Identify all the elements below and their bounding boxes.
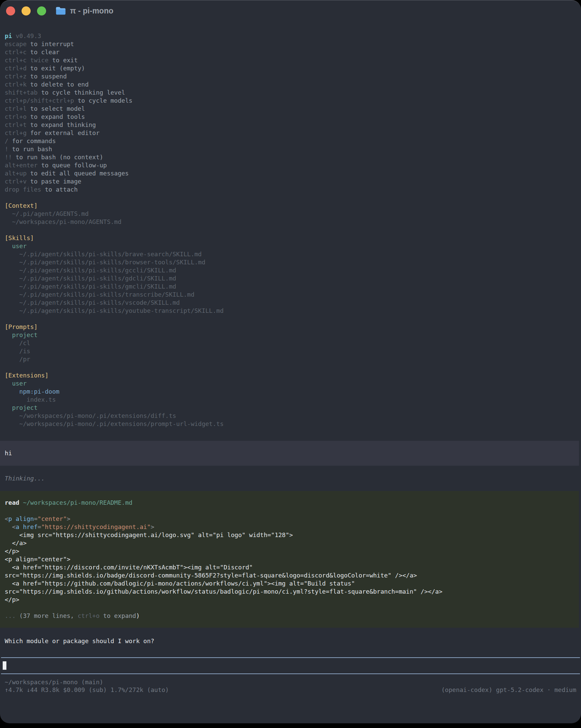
terminal-line: ~/.pi/agent/skills/pi-skills/gccli/SKILL… — [5, 266, 579, 275]
traffic-lights — [6, 6, 46, 16]
terminal-line: <p align="center"> — [5, 515, 574, 523]
terminal-line — [5, 363, 579, 371]
terminal-line: <p align="center"> — [5, 555, 574, 563]
terminal-line: npm:pi-doom — [5, 388, 579, 396]
terminal-line: [Context] — [5, 202, 579, 210]
terminal-line: project — [5, 404, 579, 412]
terminal-line: / for commands — [5, 137, 579, 145]
terminal-line: pi v0.49.3 — [5, 32, 579, 40]
terminal-line: ctrl+v to paste image — [5, 178, 579, 185]
status-cwd: ~/workspaces/pi-mono (main) — [5, 678, 576, 686]
terminal-line: ctrl+d to exit (empty) — [5, 64, 579, 72]
terminal-line: alt+enter to queue follow-up — [5, 161, 579, 170]
assistant-message: Which module or package should I work on… — [0, 637, 581, 645]
terminal-line: ~/.pi/agent/skills/pi-skills/gmcli/SKILL… — [5, 283, 579, 291]
startup-help: pi v0.49.3escape to interruptctrl+c to c… — [0, 32, 581, 428]
terminal-line: [Prompts] — [5, 323, 579, 331]
folder-icon — [56, 7, 66, 15]
terminal-line: src="https://img.shields.io/badge/discor… — [5, 571, 574, 579]
text-cursor — [3, 661, 6, 670]
terminal-line: escape to interrupt — [5, 40, 579, 48]
terminal-line: [Extensions] — [5, 371, 579, 380]
terminal-window: π - pi-mono pi v0.49.3escape to interrup… — [0, 0, 581, 723]
terminal-line — [5, 315, 579, 323]
terminal-line: ctrl+l to select model — [5, 105, 579, 113]
terminal-line: </p> — [5, 547, 574, 555]
terminal-line: <img src="https://shittycodingagent.ai/l… — [5, 531, 574, 539]
terminal-line: <a href="https://shittycodingagent.ai"> — [5, 523, 574, 531]
terminal-line: ~/.pi/agent/skills/pi-skills/vscode/SKIL… — [5, 299, 579, 307]
close-button[interactable] — [6, 6, 15, 16]
status-row: ↑4.7k ↓44 R3.8k $0.009 (sub) 1.7%/272k (… — [5, 686, 576, 694]
terminal-line — [5, 604, 574, 612]
terminal-line: index.ts — [5, 396, 579, 404]
terminal-line: drop files to attach — [5, 185, 579, 193]
terminal-line: </p> — [5, 596, 574, 604]
terminal-line: ctrl+p/shift+ctrl+p to cycle models — [5, 97, 579, 105]
status-bar: ~/workspaces/pi-mono (main) ↑4.7k ↓44 R3… — [0, 678, 581, 694]
terminal-line: ~/.pi/agent/skills/pi-skills/browser-too… — [5, 258, 579, 266]
terminal-line: ctrl+c twice to exit — [5, 56, 579, 64]
terminal-line: ~/workspaces/pi-mono/.pi/extensions/diff… — [5, 412, 579, 420]
terminal-line: ~/.pi/agent/skills/pi-skills/brave-searc… — [5, 250, 579, 258]
terminal-line: ctrl+g for external editor — [5, 129, 579, 137]
terminal-line — [5, 193, 579, 202]
terminal-line: ~/.pi/agent/AGENTS.md — [5, 210, 579, 218]
terminal-line — [5, 226, 579, 234]
terminal-line: ~/.pi/agent/skills/pi-skills/gdcli/SKILL… — [5, 275, 579, 283]
terminal-line: </a> — [5, 539, 574, 547]
terminal-line: ~/workspaces/pi-mono/.pi/extensions/prom… — [5, 420, 579, 428]
terminal-line: /is — [5, 347, 579, 355]
prompt-input[interactable] — [1, 657, 580, 674]
terminal-content: pi v0.49.3escape to interruptctrl+c to c… — [0, 21, 581, 694]
user-message: hi — [0, 441, 579, 466]
terminal-line: ctrl+c to clear — [5, 48, 579, 56]
terminal-line: ctrl+o to expand tools — [5, 113, 579, 121]
window-title: π - pi-mono — [70, 6, 113, 16]
terminal-line — [5, 507, 574, 515]
user-message-text: hi — [5, 449, 574, 457]
terminal-line: ~/.pi/agent/skills/pi-skills/youtube-tra… — [5, 307, 579, 315]
terminal-line: <a href="https://github.com/badlogic/pi-… — [5, 579, 574, 588]
terminal-line: ! to run bash — [5, 145, 579, 153]
thinking-indicator: Thinking... — [0, 474, 581, 483]
status-model: (openai-codex) gpt-5.2-codex · medium — [441, 686, 576, 694]
terminal-line: ctrl+t to expand thinking — [5, 121, 579, 129]
terminal-line: /pr — [5, 355, 579, 363]
minimize-button[interactable] — [22, 6, 31, 16]
tool-output-block: read ~/workspaces/pi-mono/README.md <p a… — [0, 491, 579, 628]
status-usage: ↑4.7k ↓44 R3.8k $0.009 (sub) 1.7%/272k (… — [5, 686, 169, 694]
terminal-line: ~/workspaces/pi-mono/AGENTS.md — [5, 218, 579, 226]
terminal-line: shift+tab to cycle thinking level — [5, 88, 579, 97]
terminal-line: ctrl+z to suspend — [5, 72, 579, 80]
terminal-line: project — [5, 331, 579, 339]
terminal-line: read ~/workspaces/pi-mono/README.md — [5, 499, 574, 507]
terminal-line: user — [5, 242, 579, 250]
title-bar: π - pi-mono — [0, 1, 581, 21]
terminal-line: ... (37 more lines, ctrl+o to expand) — [5, 612, 574, 620]
terminal-line: ctrl+k to delete to end — [5, 80, 579, 88]
terminal-line: !! to run bash (no context) — [5, 153, 579, 161]
terminal-line: <a href="https://discord.com/invite/nKXT… — [5, 563, 574, 571]
terminal-line: /cl — [5, 339, 579, 347]
terminal-line: [Skills] — [5, 234, 579, 242]
terminal-line: src="https://img.shields.io/github/actio… — [5, 588, 574, 596]
terminal-line: alt+up to edit all queued messages — [5, 170, 579, 178]
zoom-button[interactable] — [37, 6, 46, 16]
terminal-line: user — [5, 380, 579, 388]
terminal-line: ~/.pi/agent/skills/pi-skills/transcribe/… — [5, 291, 579, 299]
